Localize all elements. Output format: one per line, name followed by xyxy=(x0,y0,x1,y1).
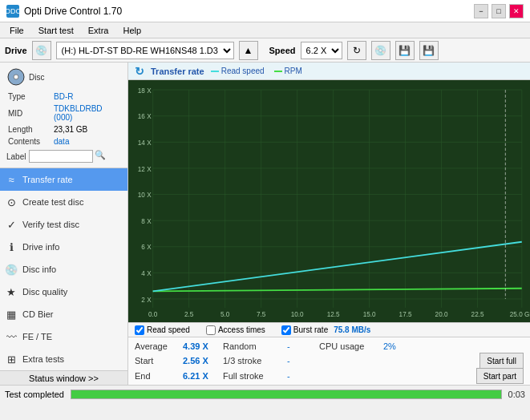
app-icon-text: ODC xyxy=(5,7,21,15)
menu-start-test[interactable]: Start test xyxy=(32,25,80,36)
stroke2-label: Full stroke xyxy=(223,371,287,381)
sidebar: Disc Type BD-R MID TDKBLDRBD (000) Lengt… xyxy=(0,63,128,385)
disc-label-label: Label xyxy=(6,152,26,161)
svg-text:10 X: 10 X xyxy=(138,191,152,200)
status-bar: Test completed 0:03 xyxy=(0,385,530,402)
sidebar-item-cd-bler[interactable]: ▦ CD Bier xyxy=(0,303,127,325)
disc-table: Type BD-R MID TDKBLDRBD (000) Length 23,… xyxy=(6,90,121,148)
eject-button[interactable]: ▲ xyxy=(239,41,258,60)
stats-row-start: Start 2.56 X 1/3 stroke - Start full xyxy=(135,353,524,368)
menu-file[interactable]: File xyxy=(3,25,30,36)
transfer-rate-icon: ≈ xyxy=(5,173,18,186)
menu-extra[interactable]: Extra xyxy=(82,25,115,36)
mid-label: MID xyxy=(8,103,52,123)
average-value: 4.39 X xyxy=(183,341,223,351)
sidebar-item-drive-info[interactable]: ℹ Drive info xyxy=(0,236,127,258)
sidebar-item-disc-info[interactable]: 💿 Disc info xyxy=(0,258,127,281)
svg-text:5.0: 5.0 xyxy=(220,309,229,318)
svg-text:17.5: 17.5 xyxy=(399,309,412,318)
minimize-button[interactable]: − xyxy=(474,4,488,18)
start-full-btn-wrap: Start full xyxy=(479,353,524,369)
drive-icon: 💿 xyxy=(32,41,51,60)
stats-row-average: Average 4.39 X Random - CPU usage 2% xyxy=(135,339,524,353)
disc-info-icon: 💿 xyxy=(5,263,18,276)
main-layout: Disc Type BD-R MID TDKBLDRBD (000) Lengt… xyxy=(0,63,530,385)
random-value: - xyxy=(287,341,319,351)
sidebar-item-extra-tests[interactable]: ⊞ Extra tests xyxy=(0,348,127,370)
chart-header: ↻ Transfer rate Read speed RPM xyxy=(128,63,530,80)
burst-rate-checkbox[interactable] xyxy=(281,325,291,335)
type-label: Type xyxy=(8,91,52,102)
start-part-button[interactable]: Start part xyxy=(476,368,524,384)
legend-read-speed-label: Read speed xyxy=(221,67,265,75)
cpu-label: CPU usage xyxy=(319,341,383,351)
sidebar-item-fe-te[interactable]: 〰 FE / TE xyxy=(0,325,127,348)
stats-row-end: End 6.21 X Full stroke - Start part xyxy=(135,369,524,383)
svg-text:2.5: 2.5 xyxy=(184,309,193,318)
burst-rate-checkbox-item: Burst rate 75.8 MB/s xyxy=(281,325,371,335)
maximize-button[interactable]: □ xyxy=(492,4,506,18)
window-controls: − □ ✕ xyxy=(474,4,524,18)
end-value: 6.21 X xyxy=(183,371,223,381)
drive-select[interactable]: (H:) HL-DT-ST BD-RE WH16NS48 1.D3 xyxy=(56,42,234,59)
sidebar-item-label-disc-info: Disc info xyxy=(22,265,56,274)
disc-button2[interactable]: 💾 xyxy=(395,41,415,60)
start-full-button[interactable]: Start full xyxy=(479,353,524,369)
status-window-button[interactable]: Status window >> xyxy=(0,370,127,385)
speed-select[interactable]: 6.2 X xyxy=(301,42,342,59)
read-speed-checkbox-label[interactable]: Read speed xyxy=(147,325,190,334)
sidebar-item-transfer-rate[interactable]: ≈ Transfer rate xyxy=(0,168,127,191)
access-times-checkbox-item: Access times xyxy=(206,325,265,335)
svg-text:15.0: 15.0 xyxy=(363,309,376,318)
menu-help[interactable]: Help xyxy=(116,25,148,36)
start-label: Start xyxy=(135,356,183,365)
disc-icon xyxy=(6,67,26,87)
chart-footer: Read speed Access times Burst rate 75.8 … xyxy=(128,322,530,337)
contents-label: Contents xyxy=(8,136,52,147)
legend-read-speed-dot xyxy=(211,71,219,72)
length-label: Length xyxy=(8,124,52,135)
read-speed-checkbox-item: Read speed xyxy=(135,325,190,335)
drive-bar: Drive 💿 (H:) HL-DT-ST BD-RE WH16NS48 1.D… xyxy=(0,38,530,63)
svg-text:22.5: 22.5 xyxy=(471,309,484,318)
svg-text:6 X: 6 X xyxy=(141,243,151,252)
legend-read-speed: Read speed xyxy=(211,67,265,75)
svg-text:0.0: 0.0 xyxy=(148,309,157,318)
close-button[interactable]: ✕ xyxy=(509,4,524,18)
disc-button1[interactable]: 💿 xyxy=(371,41,390,60)
length-value: 23,31 GB xyxy=(54,124,119,135)
label-browse-icon[interactable]: 🔍 xyxy=(95,150,107,163)
svg-text:18 X: 18 X xyxy=(138,86,152,95)
start-value: 2.56 X xyxy=(183,356,223,365)
access-times-checkbox-label[interactable]: Access times xyxy=(218,325,265,334)
fe-te-icon: 〰 xyxy=(5,330,18,343)
disc-label-input[interactable] xyxy=(29,150,93,163)
chart-svg: 18 X 16 X 14 X 12 X 10 X 8 X 6 X 4 X 2 X… xyxy=(128,80,530,322)
access-times-checkbox[interactable] xyxy=(206,325,216,335)
refresh-button[interactable]: ↻ xyxy=(347,41,366,60)
contents-value[interactable]: data xyxy=(54,136,119,147)
svg-text:4 X: 4 X xyxy=(141,269,151,277)
save-button[interactable]: 💾 xyxy=(419,41,439,60)
random-label: Random xyxy=(223,341,287,351)
sidebar-item-verify-test-disc[interactable]: ✓ Verify test disc xyxy=(0,213,127,236)
time-display: 0:03 xyxy=(508,390,525,399)
drive-label: Drive xyxy=(5,46,27,55)
svg-text:10.0: 10.0 xyxy=(291,309,304,318)
disc-quality-icon: ★ xyxy=(5,285,18,298)
disc-info-panel: Disc Type BD-R MID TDKBLDRBD (000) Lengt… xyxy=(0,63,127,168)
menu-bar: File Start test Extra Help xyxy=(0,22,530,38)
svg-text:14 X: 14 X xyxy=(138,138,152,147)
title-bar: ODC Opti Drive Control 1.70 − □ ✕ xyxy=(0,0,530,22)
mid-value: TDKBLDRBD (000) xyxy=(54,103,119,123)
sidebar-item-label-cd-bler: CD Bier xyxy=(22,309,54,319)
svg-text:12.5: 12.5 xyxy=(327,309,340,318)
chart-refresh-icon: ↻ xyxy=(135,65,144,78)
read-speed-checkbox[interactable] xyxy=(135,325,144,335)
burst-rate-checkbox-label[interactable]: Burst rate xyxy=(293,325,328,334)
legend-rpm: RPM xyxy=(274,67,302,75)
sidebar-item-disc-quality[interactable]: ★ Disc quality xyxy=(0,281,127,303)
label-row: Label 🔍 xyxy=(6,150,121,163)
svg-point-2 xyxy=(15,76,18,79)
sidebar-item-create-test-disc[interactable]: ⊙ Create test disc xyxy=(0,191,127,213)
